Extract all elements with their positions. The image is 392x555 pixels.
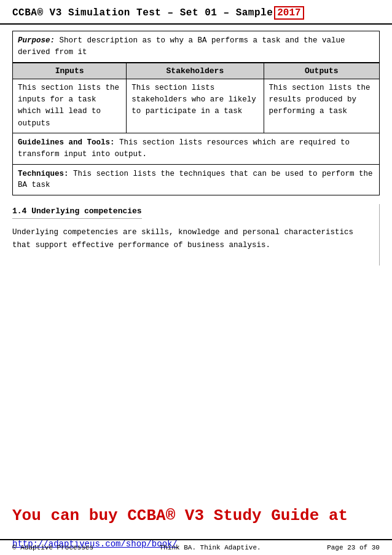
header-year: 2017 bbox=[274, 6, 304, 20]
guidelines-label: Guidelines and Tools: bbox=[18, 138, 115, 147]
techniques-label: Techniques: bbox=[18, 170, 69, 178]
section-divider bbox=[379, 204, 380, 266]
purpose-box: Purpose: Short description as to why a B… bbox=[12, 31, 380, 63]
main-content: Purpose: Short description as to why a B… bbox=[0, 25, 392, 475]
col-stakeholders: Stakeholders bbox=[127, 63, 264, 79]
col-outputs: Outputs bbox=[264, 63, 379, 79]
section-text-col: 1.4 Underlying competencies Underlying c… bbox=[12, 204, 373, 266]
section-body: Underlying competencies are skills, know… bbox=[12, 226, 367, 253]
section-heading: 1.4 Underlying competencies bbox=[12, 207, 142, 219]
guidelines-box: Guidelines and Tools: This section lists… bbox=[12, 133, 380, 165]
cell-stakeholders: This section lists stakeholders who are … bbox=[127, 79, 264, 133]
footer-right: Page 23 of 30 bbox=[327, 544, 380, 551]
purpose-label: Purpose: bbox=[18, 36, 55, 45]
content-table: Inputs Stakeholders Outputs This section… bbox=[12, 63, 380, 134]
col-inputs: Inputs bbox=[13, 63, 127, 79]
promo-title: You can buy CCBA® V3 Study Guide at bbox=[12, 506, 380, 527]
page-container: CCBA® V3 Simulation Test – Set 01 – Samp… bbox=[0, 0, 392, 555]
purpose-text: Short description as to why a BA perform… bbox=[18, 36, 345, 57]
page-header: CCBA® V3 Simulation Test – Set 01 – Samp… bbox=[0, 0, 392, 25]
section-1-4: 1.4 Underlying competencies Underlying c… bbox=[12, 204, 380, 266]
footer-center: Think BA. Think Adaptive. bbox=[160, 544, 261, 551]
techniques-text: This section lists the techniques that c… bbox=[18, 170, 373, 190]
table-row: This section lists the inputs for a task… bbox=[13, 79, 380, 133]
page-footer: © Adaptive Processes Think BA. Think Ada… bbox=[0, 539, 392, 555]
footer-left: © Adaptive Processes bbox=[12, 544, 93, 551]
section-wrapper: 1.4 Underlying competencies Underlying c… bbox=[12, 204, 380, 266]
cell-outputs: This section lists the results produced … bbox=[264, 79, 379, 133]
techniques-box: Techniques: This section lists the techn… bbox=[12, 165, 380, 196]
cell-inputs: This section lists the inputs for a task… bbox=[13, 79, 127, 133]
header-title: CCBA® V3 Simulation Test – Set 01 – Samp… bbox=[12, 7, 273, 18]
